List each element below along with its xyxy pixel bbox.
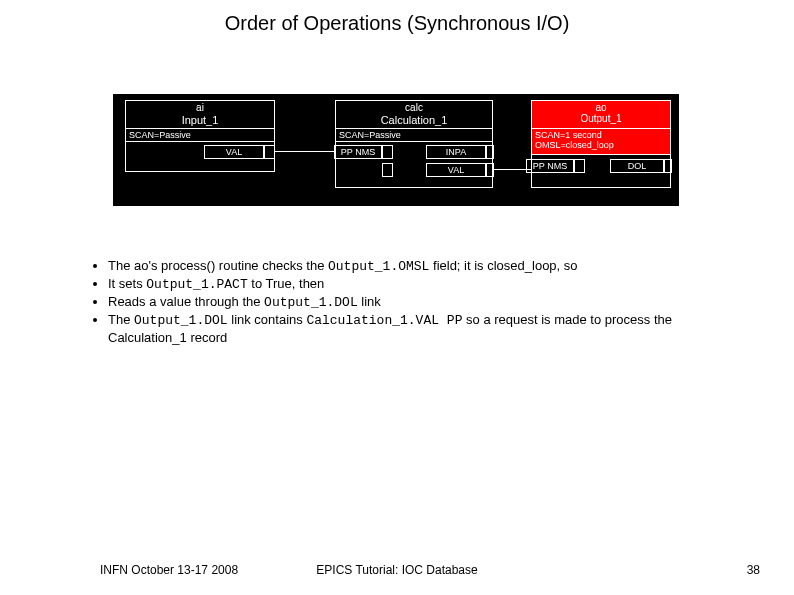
block2-type: calc: [340, 102, 488, 114]
block3-type: ao: [536, 102, 666, 113]
diagram-container: ai Input_1 SCAN=Passive VAL calc Calcula…: [113, 94, 679, 206]
code-dol2: Output_1.DOL: [134, 313, 228, 328]
block3-port-left: [574, 159, 585, 173]
block3-dol: DOL: [610, 159, 664, 173]
block3-header: ao Output_1: [532, 101, 670, 129]
footer: INFN October 13-17 2008 EPICS Tutorial: …: [0, 563, 794, 577]
bullet-4: The Output_1.DOL link contains Calculati…: [108, 311, 720, 346]
block1-name: Input_1: [130, 114, 270, 127]
block-ao-output1: ao Output_1 SCAN=1 second OMSL=closed_lo…: [531, 100, 671, 188]
block-calc-calculation1: calc Calculation_1 SCAN=Passive PP NMS I…: [335, 100, 493, 188]
block2-inpa: INPA: [426, 145, 486, 159]
code-calcval: Calculation_1.VAL PP: [306, 313, 462, 328]
block2-val-port-right: [486, 163, 494, 177]
block3-dol-port: [664, 159, 672, 173]
block1-meta: SCAN=Passive: [126, 129, 274, 142]
code-omsl: Output_1.OMSL: [328, 259, 429, 274]
block2-name: Calculation_1: [340, 114, 488, 127]
link-line-1: [275, 151, 335, 152]
block3-metabox: SCAN=1 second OMSL=closed_loop: [532, 129, 670, 155]
code-pact: Output_1.PACT: [146, 277, 247, 292]
block2-inpa-port: [486, 145, 494, 159]
block2-header: calc Calculation_1: [336, 101, 492, 129]
block-ai-input1: ai Input_1 SCAN=Passive VAL: [125, 100, 275, 172]
block1-val-field: VAL: [204, 145, 264, 159]
block3-name: Output_1: [536, 113, 666, 124]
block1-type: ai: [130, 102, 270, 114]
block1-val-port: [264, 145, 275, 159]
bullet-2: It sets Output_1.PACT to True, then: [108, 275, 720, 293]
code-dol: Output_1.DOL: [264, 295, 358, 310]
block2-meta: SCAN=Passive: [336, 129, 492, 142]
bullet-1: The ao's process() routine checks the Ou…: [108, 257, 720, 275]
block2-val-port-left: [382, 163, 393, 177]
bullet-list: The ao's process() routine checks the Ou…: [90, 257, 720, 346]
block3-meta2: OMSL=closed_loop: [535, 140, 667, 150]
block2-val: VAL: [426, 163, 486, 177]
block2-port-left: [382, 145, 393, 159]
slide-title: Order of Operations (Synchronous I/O): [0, 0, 794, 35]
block1-header: ai Input_1: [126, 101, 274, 129]
block3-meta1: SCAN=1 second: [535, 130, 667, 140]
footer-center: EPICS Tutorial: IOC Database: [0, 563, 794, 577]
block3-ppnms: PP NMS: [526, 159, 574, 173]
block2-ppnms: PP NMS: [334, 145, 382, 159]
link-line-2: [493, 169, 531, 170]
bullet-3: Reads a value through the Output_1.DOL l…: [108, 293, 720, 311]
